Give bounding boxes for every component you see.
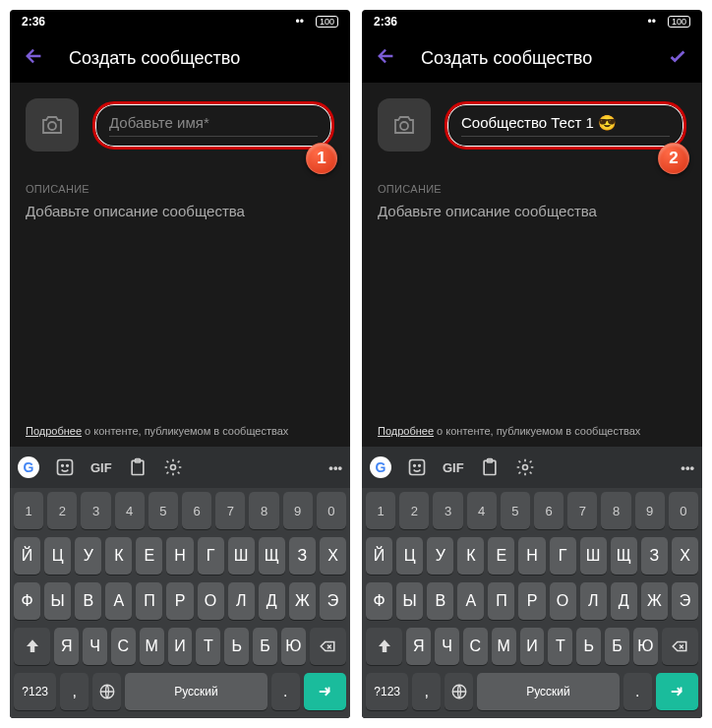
key-Л[interactable]: Л [228,582,255,620]
key-Ф[interactable]: Ф [366,582,392,620]
key-Ы[interactable]: Ы [44,582,71,620]
key-Н[interactable]: Н [518,537,545,575]
key-Д[interactable]: Д [611,582,637,620]
shift-key[interactable] [366,628,402,665]
footer-learn-more-link[interactable]: Подробнее [378,425,434,437]
key-Б[interactable]: Б [605,628,629,665]
comma-key[interactable]: , [412,673,441,710]
key-Й[interactable]: Й [366,537,392,575]
key-9[interactable]: 9 [283,492,313,529]
key-Ю[interactable]: Ю [281,628,306,665]
key-Ц[interactable]: Ц [396,537,423,575]
key-Р[interactable]: Р [166,582,193,620]
google-search-button[interactable]: G [18,456,39,478]
key-Й[interactable]: Й [14,537,40,575]
period-key[interactable]: . [271,673,300,710]
key-Ш[interactable]: Ш [228,537,255,575]
key-О[interactable]: О [550,582,576,620]
add-photo-button[interactable] [378,98,431,152]
key-П[interactable]: П [136,582,162,620]
space-key[interactable]: Русский [477,673,620,710]
key-4[interactable]: 4 [467,492,497,529]
key-С[interactable]: С [463,628,488,665]
key-Ю[interactable]: Ю [633,628,658,665]
key-4[interactable]: 4 [115,492,145,529]
key-Р[interactable]: Р [518,582,545,620]
key-Г[interactable]: Г [198,537,224,575]
settings-button[interactable] [515,457,535,477]
key-О[interactable]: О [198,582,224,620]
key-Б[interactable]: Б [253,628,277,665]
key-Л[interactable]: Л [580,582,607,620]
key-Э[interactable]: Э [672,582,698,620]
symbols-key[interactable]: ?123 [14,673,56,710]
key-8[interactable]: 8 [601,492,630,529]
key-0[interactable]: 0 [669,492,698,529]
key-1[interactable]: 1 [14,492,43,529]
key-У[interactable]: У [427,537,453,575]
key-Д[interactable]: Д [259,582,285,620]
key-Ч[interactable]: Ч [435,628,459,665]
key-П[interactable]: П [488,582,514,620]
period-key[interactable]: . [623,673,652,710]
clipboard-button[interactable] [128,457,148,477]
key-9[interactable]: 9 [635,492,665,529]
key-2[interactable]: 2 [399,492,429,529]
key-Е[interactable]: Е [488,537,514,575]
settings-button[interactable] [163,457,183,477]
add-photo-button[interactable] [26,98,79,152]
language-key[interactable] [92,673,121,710]
key-Ц[interactable]: Ц [44,537,71,575]
key-5[interactable]: 5 [501,492,530,529]
community-description-input[interactable]: Добавьте описание сообщества [10,201,350,231]
more-button[interactable]: ••• [681,460,694,475]
key-А[interactable]: А [105,582,132,620]
key-Щ[interactable]: Щ [259,537,285,575]
key-З[interactable]: З [641,537,668,575]
key-Ч[interactable]: Ч [83,628,107,665]
key-Т[interactable]: Т [548,628,572,665]
key-М[interactable]: М [492,628,516,665]
key-2[interactable]: 2 [47,492,77,529]
community-name-input[interactable] [109,114,318,131]
key-Ь[interactable]: Ь [576,628,601,665]
gif-button[interactable]: GIF [90,460,112,475]
key-Г[interactable]: Г [550,537,576,575]
key-М[interactable]: М [140,628,164,665]
footer-learn-more-link[interactable]: Подробнее [26,425,82,437]
gif-button[interactable]: GIF [443,460,464,475]
space-key[interactable]: Русский [125,673,267,710]
key-Э[interactable]: Э [320,582,346,620]
symbols-key[interactable]: ?123 [366,673,408,710]
confirm-button[interactable] [667,45,688,71]
key-0[interactable]: 0 [317,492,346,529]
community-name-input[interactable] [461,114,670,131]
key-Ы[interactable]: Ы [396,582,423,620]
key-Н[interactable]: Н [166,537,193,575]
key-1[interactable]: 1 [366,492,395,529]
key-А[interactable]: А [457,582,484,620]
backspace-key[interactable] [662,628,698,665]
key-К[interactable]: К [105,537,132,575]
key-Ж[interactable]: Ж [641,582,668,620]
clipboard-button[interactable] [480,457,500,477]
key-И[interactable]: И [520,628,545,665]
key-В[interactable]: В [427,582,453,620]
key-Х[interactable]: Х [672,537,698,575]
key-3[interactable]: 3 [81,492,110,529]
key-И[interactable]: И [168,628,193,665]
google-search-button[interactable]: G [370,456,391,478]
key-Ж[interactable]: Ж [289,582,316,620]
key-8[interactable]: 8 [249,492,278,529]
key-6[interactable]: 6 [534,492,564,529]
community-description-input[interactable]: Добавьте описание сообщества [362,201,702,231]
key-7[interactable]: 7 [215,492,245,529]
key-7[interactable]: 7 [567,492,597,529]
key-5[interactable]: 5 [148,492,178,529]
shift-key[interactable] [14,628,50,665]
key-З[interactable]: З [289,537,316,575]
key-Я[interactable]: Я [406,628,431,665]
backspace-key[interactable] [310,628,346,665]
more-button[interactable]: ••• [328,460,342,475]
enter-key[interactable] [656,673,698,710]
